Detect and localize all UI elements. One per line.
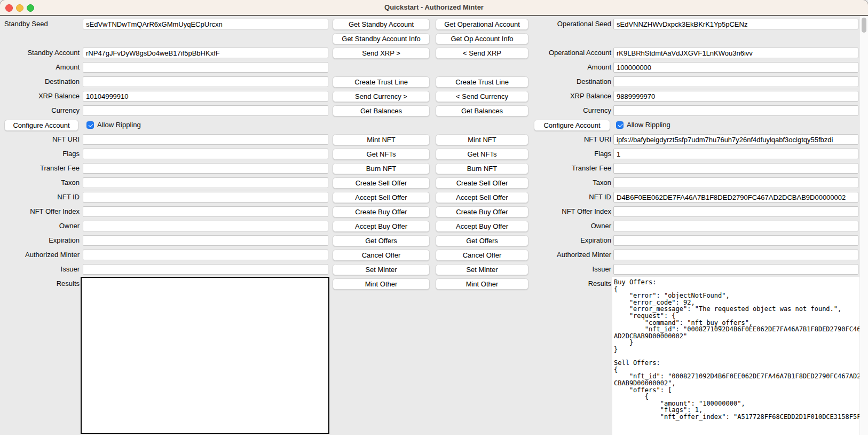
standby-expiration-input[interactable] xyxy=(83,235,328,246)
standby-allow-rippling-checkbox[interactable] xyxy=(86,121,94,129)
operational-results-label: Results xyxy=(496,278,611,289)
standby-account-input[interactable] xyxy=(83,48,328,58)
standby-nft-uri-label: NFT URI xyxy=(0,134,80,145)
standby-owner-input[interactable] xyxy=(83,221,328,231)
set-minter-standby-button[interactable]: Set Minter xyxy=(333,264,430,275)
operational-expiration-input[interactable] xyxy=(613,235,858,246)
send-xrp-right-button[interactable]: Send XRP > xyxy=(333,48,430,59)
operational-currency-label: Currency xyxy=(496,105,611,116)
vertical-scrollbar[interactable] xyxy=(859,16,868,435)
standby-nft-uri-input[interactable] xyxy=(83,134,328,145)
standby-amount-label: Amount xyxy=(0,62,80,73)
operational-transfer-fee-input[interactable] xyxy=(613,163,858,174)
get-standby-account-info-button[interactable]: Get Standby Account Info xyxy=(333,33,430,44)
standby-flags-label: Flags xyxy=(0,149,80,159)
operational-nft-uri-input[interactable] xyxy=(613,134,858,145)
standby-issuer-input[interactable] xyxy=(83,264,328,275)
operational-xrp-balance-input[interactable] xyxy=(613,91,858,102)
operational-account-input[interactable] xyxy=(613,48,858,58)
scrollbar-thumb[interactable] xyxy=(862,18,866,33)
operational-authorized-minter-label: Authorized Minter xyxy=(496,250,611,260)
standby-destination-label: Destination xyxy=(0,76,80,87)
standby-currency-input[interactable] xyxy=(83,105,328,116)
standby-flags-input[interactable] xyxy=(83,149,328,159)
operational-configure-account-button[interactable]: Configure Account xyxy=(534,120,610,131)
operational-expiration-label: Expiration xyxy=(496,235,611,246)
window-title: Quickstart - Authorized Minter xyxy=(0,0,868,15)
standby-nft-id-input[interactable] xyxy=(83,192,328,203)
standby-authorized-minter-input[interactable] xyxy=(83,250,328,260)
operational-destination-label: Destination xyxy=(496,76,611,87)
mint-nft-standby-button[interactable]: Mint NFT xyxy=(333,134,430,145)
standby-taxon-label: Taxon xyxy=(0,177,80,188)
standby-currency-label: Currency xyxy=(0,105,80,116)
create-trust-line-standby-button[interactable]: Create Trust Line xyxy=(333,76,430,88)
operational-owner-input[interactable] xyxy=(613,221,858,231)
operational-nft-uri-label: NFT URI xyxy=(496,134,611,145)
operational-taxon-label: Taxon xyxy=(496,177,611,188)
operational-results-textarea[interactable]: Buy Offers: { "error": "objectNotFound",… xyxy=(612,277,859,435)
operational-account-label: Operational Account xyxy=(496,48,611,58)
operational-nft-offer-index-input[interactable] xyxy=(613,206,858,217)
operational-nft-offer-index-label: NFT Offer Index xyxy=(496,206,611,217)
operational-issuer-input[interactable] xyxy=(613,264,858,275)
app-window: Quickstart - Authorized Minter Standby S… xyxy=(0,0,868,435)
operational-seed-label: Operational Seed xyxy=(496,19,611,29)
standby-xrp-balance-input[interactable] xyxy=(83,91,328,102)
standby-nft-id-label: NFT ID xyxy=(0,192,80,203)
create-sell-offer-standby-button[interactable]: Create Sell Offer xyxy=(333,177,430,189)
standby-authorized-minter-label: Authorized Minter xyxy=(0,250,80,260)
operational-destination-input[interactable] xyxy=(613,76,858,87)
standby-issuer-label: Issuer xyxy=(0,264,80,275)
create-buy-offer-standby-button[interactable]: Create Buy Offer xyxy=(333,206,430,217)
standby-seed-input[interactable] xyxy=(83,19,328,29)
standby-results-textarea[interactable] xyxy=(81,277,329,434)
standby-account-label: Standby Account xyxy=(0,48,80,58)
get-offers-standby-button[interactable]: Get Offers xyxy=(333,235,430,246)
burn-nft-standby-button[interactable]: Burn NFT xyxy=(333,163,430,174)
get-op-account-info-button[interactable]: Get Op Account Info xyxy=(436,33,528,44)
standby-amount-input[interactable] xyxy=(83,62,328,73)
operational-flags-label: Flags xyxy=(496,149,611,159)
standby-expiration-label: Expiration xyxy=(0,235,80,246)
standby-configure-account-button[interactable]: Configure Account xyxy=(4,120,78,131)
cancel-offer-standby-button[interactable]: Cancel Offer xyxy=(333,250,430,261)
standby-transfer-fee-label: Transfer Fee xyxy=(0,163,80,174)
standby-results-label: Results xyxy=(0,278,80,289)
standby-destination-input[interactable] xyxy=(83,76,328,87)
standby-transfer-fee-input[interactable] xyxy=(83,163,328,174)
get-balances-standby-button[interactable]: Get Balances xyxy=(333,105,430,116)
operational-nft-id-label: NFT ID xyxy=(496,192,611,203)
standby-taxon-input[interactable] xyxy=(83,177,328,188)
operational-xrp-balance-label: XRP Balance xyxy=(496,91,611,102)
operational-taxon-input[interactable] xyxy=(613,177,858,188)
operational-transfer-fee-label: Transfer Fee xyxy=(496,163,611,174)
operational-amount-label: Amount xyxy=(496,62,611,73)
operational-flags-input[interactable] xyxy=(613,149,858,159)
standby-seed-label: Standby Seed xyxy=(0,19,84,29)
accept-sell-offer-standby-button[interactable]: Accept Sell Offer xyxy=(333,192,430,203)
standby-nft-offer-index-input[interactable] xyxy=(83,206,328,217)
get-nfts-standby-button[interactable]: Get NFTs xyxy=(333,149,430,160)
standby-nft-offer-index-label: NFT Offer Index xyxy=(0,206,80,217)
operational-seed-input[interactable] xyxy=(613,19,858,29)
operational-allow-rippling-checkbox[interactable] xyxy=(616,121,624,129)
get-standby-account-button[interactable]: Get Standby Account xyxy=(333,19,430,30)
operational-amount-input[interactable] xyxy=(613,62,858,73)
send-currency-right-button[interactable]: Send Currency > xyxy=(333,91,430,102)
operational-allow-rippling-label: Allow Rippling xyxy=(627,120,670,130)
standby-allow-rippling-label: Allow Rippling xyxy=(97,120,141,130)
titlebar: Quickstart - Authorized Minter xyxy=(0,0,868,16)
accept-buy-offer-standby-button[interactable]: Accept Buy Offer xyxy=(333,221,430,232)
standby-xrp-balance-label: XRP Balance xyxy=(0,91,80,102)
operational-authorized-minter-input[interactable] xyxy=(613,250,858,260)
operational-owner-label: Owner xyxy=(496,221,611,231)
standby-owner-label: Owner xyxy=(0,221,80,231)
operational-currency-input[interactable] xyxy=(613,105,858,116)
operational-issuer-label: Issuer xyxy=(496,264,611,275)
operational-nft-id-input[interactable] xyxy=(613,192,858,203)
mint-other-standby-button[interactable]: Mint Other xyxy=(333,278,430,290)
